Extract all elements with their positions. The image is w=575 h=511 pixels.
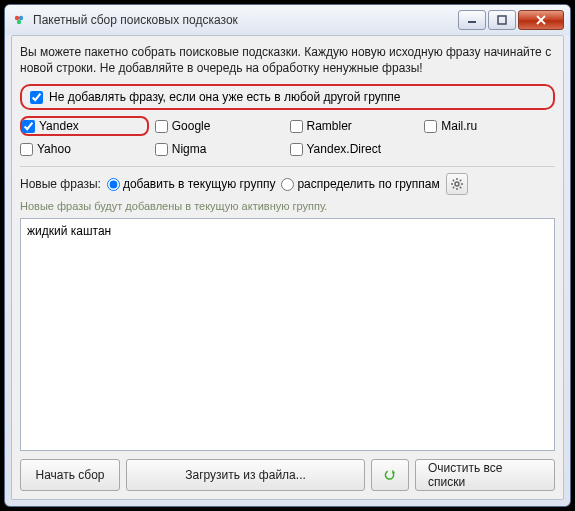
close-button[interactable]: [518, 10, 564, 30]
phrases-wrap: [20, 218, 555, 451]
dedupe-checkbox[interactable]: [30, 91, 43, 104]
svg-line-14: [460, 180, 461, 181]
separator: [20, 166, 555, 167]
maximize-button[interactable]: [488, 10, 516, 30]
mode-current-radio[interactable]: [107, 178, 120, 191]
svg-line-12: [453, 180, 454, 181]
mode-current-label: добавить в текущую группу: [123, 177, 276, 191]
engine-mailru-label: Mail.ru: [441, 119, 477, 133]
mode-distribute-label: распределить по группам: [297, 177, 439, 191]
svg-rect-4: [498, 16, 506, 24]
engine-google-checkbox[interactable]: [155, 120, 168, 133]
minimize-button[interactable]: [458, 10, 486, 30]
engine-rambler-checkbox[interactable]: [290, 120, 303, 133]
refresh-icon: [384, 467, 396, 483]
clear-button[interactable]: Очистить все списки: [415, 459, 555, 491]
engine-yandex-highlight: Yandex: [20, 116, 149, 136]
mode-distribute-radio[interactable]: [281, 178, 294, 191]
engine-nigma-label: Nigma: [172, 142, 207, 156]
intro-text: Вы можете пакетно собрать поисковые подс…: [20, 44, 555, 76]
search-engines: Yandex Google Rambler Mail.ru Yahoo: [20, 116, 555, 156]
gear-icon: [450, 177, 464, 191]
mode-label: Новые фразы:: [20, 177, 101, 191]
svg-point-1: [19, 16, 23, 20]
clear-button-label: Очистить все списки: [428, 461, 542, 489]
svg-point-2: [17, 20, 21, 24]
settings-button[interactable]: [446, 173, 468, 195]
load-button-label: Загрузить из файла...: [185, 468, 306, 482]
app-window: Пакетный сбор поисковых подсказок Вы мож…: [4, 4, 571, 507]
engine-yahoo-label: Yahoo: [37, 142, 71, 156]
svg-rect-3: [468, 21, 476, 23]
svg-line-15: [453, 187, 454, 188]
engine-google-label: Google: [172, 119, 211, 133]
mode-row: Новые фразы: добавить в текущую группу р…: [20, 173, 555, 195]
engine-rambler-label: Rambler: [307, 119, 352, 133]
button-bar: Начать сбор Загрузить из файла... Очисти…: [20, 459, 555, 491]
engine-nigma-checkbox[interactable]: [155, 143, 168, 156]
engine-yandex-label: Yandex: [39, 119, 79, 133]
svg-point-0: [15, 16, 19, 20]
client-area: Вы можете пакетно собрать поисковые подс…: [11, 35, 564, 500]
minimize-icon: [467, 15, 477, 25]
engine-ydirect-checkbox[interactable]: [290, 143, 303, 156]
engine-yahoo-checkbox[interactable]: [20, 143, 33, 156]
close-icon: [535, 14, 547, 26]
dedupe-row: Не добавлять фразу, если она уже есть в …: [20, 84, 555, 110]
engine-ydirect-label: Yandex.Direct: [307, 142, 381, 156]
refresh-button[interactable]: [371, 459, 409, 491]
start-button[interactable]: Начать сбор: [20, 459, 120, 491]
window-buttons: [456, 10, 564, 30]
svg-marker-16: [392, 470, 395, 474]
svg-point-7: [455, 182, 459, 186]
titlebar[interactable]: Пакетный сбор поисковых подсказок: [5, 5, 570, 35]
window-title: Пакетный сбор поисковых подсказок: [33, 13, 456, 27]
dedupe-label: Не добавлять фразу, если она уже есть в …: [49, 90, 400, 104]
engine-mailru-checkbox[interactable]: [424, 120, 437, 133]
engine-yandex-checkbox[interactable]: [22, 120, 35, 133]
hint-text: Новые фразы будут добавлены в текущую ак…: [20, 200, 555, 212]
app-icon: [11, 12, 27, 28]
start-button-label: Начать сбор: [35, 468, 104, 482]
phrases-textarea[interactable]: [20, 218, 555, 451]
maximize-icon: [497, 15, 507, 25]
svg-line-13: [460, 187, 461, 188]
load-button[interactable]: Загрузить из файла...: [126, 459, 365, 491]
